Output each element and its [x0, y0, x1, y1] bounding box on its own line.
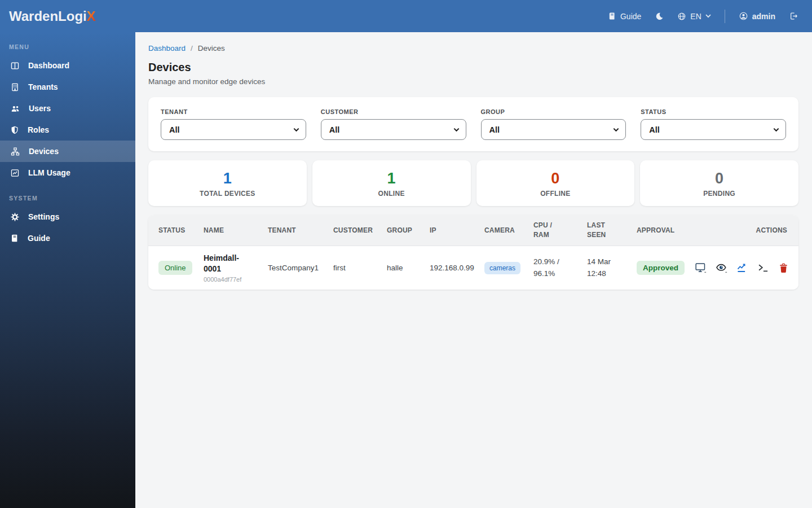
camera-badge[interactable]: cameras: [484, 262, 520, 274]
topbar-actions: Guide EN admin: [608, 10, 812, 23]
devices-table: STATUS NAME TENANT CUSTOMER GROUP IP CAM…: [148, 215, 798, 290]
globe-icon: [677, 12, 686, 21]
sidebar-item-dashboard[interactable]: Dashboard: [0, 55, 135, 76]
topbar-guide-button[interactable]: Guide: [608, 12, 641, 21]
brand-x: X: [87, 8, 96, 24]
group-cell: halle: [387, 264, 430, 272]
stats-row: 1 TOTAL DEVICES 1 ONLINE 0 OFFLINE 0 PEN…: [148, 160, 798, 206]
building-icon: [10, 82, 20, 92]
theme-toggle-button[interactable]: [655, 12, 664, 21]
logout-button[interactable]: [789, 11, 798, 21]
terminal-icon[interactable]: [757, 262, 769, 274]
page-subtitle: Manage and monitor edge devices: [148, 77, 798, 86]
column-header-actions: ACTIONS: [695, 226, 788, 234]
page-title: Devices: [148, 61, 798, 74]
stat-label: TOTAL DEVICES: [154, 190, 301, 198]
sidebar-item-devices[interactable]: Devices: [0, 141, 135, 162]
trash-icon[interactable]: [778, 262, 789, 274]
group-select[interactable]: All: [481, 119, 626, 140]
actions-cell: [695, 262, 789, 274]
column-header-customer: CUSTOMER: [333, 226, 387, 234]
language-value: EN: [690, 12, 701, 21]
status-cell: Online: [158, 261, 204, 275]
device-id: 0000a4df77ef: [204, 276, 263, 283]
sidebar-item-label: LLM Usage: [28, 168, 70, 177]
users-icon: [10, 104, 20, 113]
user-menu[interactable]: admin: [739, 11, 775, 21]
filter-status: STATUS All: [641, 108, 786, 140]
status-badge: Online: [158, 261, 192, 275]
gear-icon: [10, 212, 20, 222]
column-header-ip: IP: [430, 226, 484, 234]
filter-tenant: TENANT All: [161, 108, 306, 140]
stat-total-devices: 1 TOTAL DEVICES: [148, 160, 307, 206]
stat-value: 1: [154, 170, 301, 187]
sidebar-item-tenants[interactable]: Tenants: [0, 76, 135, 98]
stat-online: 1 ONLINE: [312, 160, 471, 206]
main-content: Dashboard / Devices Devices Manage and m…: [135, 32, 812, 508]
stat-pending: 0 PENDING: [640, 160, 798, 206]
filters-panel: TENANT All CUSTOMER All GROUP All STATUS…: [148, 97, 798, 151]
tenant-select[interactable]: All: [161, 119, 306, 140]
last-seen-cell: 14 Mar 12:48: [587, 256, 637, 279]
customer-cell: first: [333, 264, 387, 272]
approval-cell: Approved: [637, 261, 695, 275]
status-select[interactable]: All: [641, 119, 786, 140]
sidebar-item-users[interactable]: Users: [0, 98, 135, 119]
column-header-cpu-ram: CPU / RAM: [533, 221, 587, 240]
brand-text: WardenLogi: [9, 8, 87, 24]
sidebar-item-label: Roles: [28, 125, 49, 134]
book-icon: [608, 12, 616, 20]
column-header-name: NAME: [204, 226, 268, 234]
person-circle-icon: [739, 11, 748, 21]
column-header-last-seen: LAST SEEN: [587, 221, 637, 240]
caret-down-icon: [705, 14, 711, 18]
name-cell: Heimdall-0001 0000a4df77ef: [204, 253, 268, 283]
breadcrumb-dashboard-link[interactable]: Dashboard: [148, 44, 186, 52]
sitemap-icon: [10, 147, 20, 156]
sidebar-item-label: Guide: [28, 234, 50, 243]
monitor-icon[interactable]: [695, 262, 707, 274]
filter-customer-label: CUSTOMER: [321, 108, 466, 115]
book-icon: [10, 234, 19, 243]
sidebar-item-roles[interactable]: Roles: [0, 119, 135, 141]
column-header-tenant: TENANT: [268, 226, 333, 234]
stat-value: 0: [482, 170, 629, 187]
filter-customer: CUSTOMER All: [321, 108, 466, 140]
topbar-guide-label: Guide: [620, 12, 641, 21]
app-logo: WardenLogiX: [0, 8, 96, 24]
sidebar-item-label: Devices: [29, 147, 59, 156]
customer-select[interactable]: All: [321, 119, 466, 140]
sidebar-item-llm-usage[interactable]: LLM Usage: [0, 162, 135, 183]
breadcrumb: Dashboard / Devices: [148, 44, 798, 52]
chart-line-icon: [10, 168, 20, 178]
cpu-ram-cell: 20.9% / 96.1%: [533, 256, 587, 279]
sidebar: MENU Dashboard Tenants Users Roles Devic…: [0, 32, 135, 508]
dashboard-icon: [10, 61, 20, 71]
sidebar-item-settings[interactable]: Settings: [0, 206, 135, 227]
chart-icon[interactable]: [736, 262, 748, 274]
device-name: Heimdall-0001: [204, 253, 251, 274]
language-selector[interactable]: EN: [677, 12, 710, 21]
sidebar-item-guide[interactable]: Guide: [0, 227, 135, 249]
stat-offline: 0 OFFLINE: [476, 160, 635, 206]
approval-badge: Approved: [637, 261, 685, 275]
column-header-group: GROUP: [387, 226, 430, 234]
topbar-divider: [725, 10, 725, 23]
sidebar-item-label: Dashboard: [28, 61, 69, 70]
box-arrow-right-icon: [789, 11, 798, 21]
stat-label: OFFLINE: [482, 190, 629, 198]
eye-icon[interactable]: [716, 262, 727, 274]
sidebar-item-label: Settings: [28, 212, 59, 221]
filter-group-label: GROUP: [481, 108, 626, 115]
filter-group: GROUP All: [481, 108, 626, 140]
moon-icon: [655, 12, 664, 21]
stat-label: PENDING: [646, 190, 793, 198]
camera-cell: cameras: [484, 262, 533, 274]
column-header-status: STATUS: [158, 226, 204, 234]
table-row[interactable]: Online Heimdall-0001 0000a4df77ef TestCo…: [148, 246, 798, 290]
sidebar-section-menu: MENU: [9, 43, 135, 50]
table-header-row: STATUS NAME TENANT CUSTOMER GROUP IP CAM…: [148, 215, 798, 246]
sidebar-section-system: SYSTEM: [9, 195, 135, 202]
topbar: WardenLogiX Guide EN: [0, 0, 812, 32]
